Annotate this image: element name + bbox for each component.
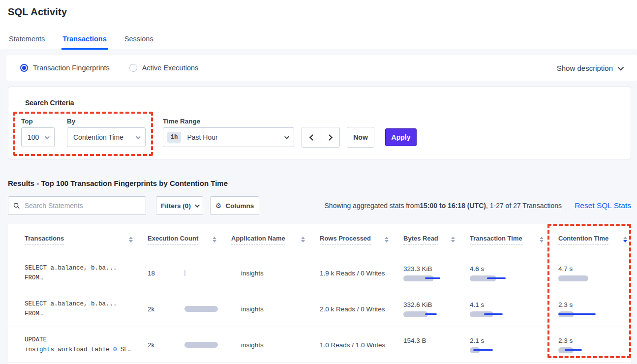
chevron-down-icon (45, 134, 50, 139)
application-name-cell: insights (231, 270, 320, 277)
next-time-button[interactable] (321, 127, 339, 147)
time-range-badge: 1h (167, 132, 181, 143)
tab-sessions[interactable]: Sessions (123, 30, 154, 50)
view-toggle-bar: Transaction Fingerprints Active Executio… (6, 55, 637, 81)
time-range-value: Past Hour (187, 133, 217, 141)
tab-bar: Statements Transactions Sessions (0, 30, 637, 49)
search-criteria-heading: Search Criteria (25, 99, 74, 107)
chevron-right-icon (326, 134, 333, 141)
table-row[interactable]: UPDATE insights_workload_table_0 SE… 2k … (8, 327, 631, 363)
sort-icon[interactable] (451, 237, 455, 243)
execution-count-cell: 2k (148, 291, 231, 327)
radio-unselected-icon (129, 64, 137, 72)
table-row[interactable]: SELECT a.balance, b.ba... FROM… 18 insig… (8, 255, 631, 291)
apply-button[interactable]: Apply (385, 128, 417, 146)
sort-icon-active[interactable] (623, 237, 627, 243)
page-header: SQL Activity Statements Transactions Ses… (0, 0, 637, 49)
tab-statements[interactable]: Statements (8, 30, 46, 50)
aggregated-stats-text: Showing aggregated stats from 15:00 to 1… (325, 196, 562, 215)
time-range-label: Time Range (163, 118, 200, 125)
bytes-read-cell: 323.3 KiB (403, 265, 470, 281)
columns-label: Columns (225, 202, 254, 210)
rows-processed-cell: 1.0 Reads / 1.0 Writes (320, 341, 403, 349)
search-statements-box (8, 196, 146, 215)
top-select-value: 100 (28, 133, 39, 141)
time-range-select[interactable]: 1h Past Hour (163, 127, 294, 147)
application-name-cell: insights (231, 341, 320, 349)
rows-processed-cell: 1.9 k Reads / 0 Writes (320, 270, 403, 277)
toolbar-divider (567, 197, 567, 214)
column-header-bytes-read[interactable]: Bytes Read (403, 235, 470, 244)
top-label: Top (21, 118, 33, 125)
by-select-value: Contention Time (73, 133, 123, 141)
chevron-down-icon (136, 134, 141, 139)
radio-label: Active Executions (142, 64, 198, 72)
bytes-read-cell: 154.3 B (403, 337, 470, 353)
transaction-time-cell: 4.6 s (470, 265, 558, 281)
bytes-read-cell: 332.6 KiB (403, 301, 470, 317)
chevron-down-icon (618, 64, 624, 70)
tab-transactions[interactable]: Transactions (61, 30, 107, 50)
columns-button[interactable]: ⚙ Columns (210, 196, 259, 215)
transaction-fingerprint[interactable]: SELECT a.balance, b.ba... FROM… (25, 263, 148, 283)
column-header-rows-processed[interactable]: Rows Processed (320, 235, 403, 244)
chevron-left-icon (309, 134, 316, 141)
execution-count-bar (184, 306, 218, 312)
execution-count-cell: 18 (148, 255, 231, 291)
chevron-down-icon (195, 203, 200, 208)
radio-active-executions[interactable]: Active Executions (129, 64, 198, 72)
search-criteria-card: Search Criteria Top By Time Range 100 Co… (8, 87, 631, 159)
sort-icon[interactable] (540, 237, 544, 243)
time-pager (302, 127, 340, 148)
show-description-label: Show description (557, 64, 613, 72)
execution-count-bar (184, 270, 185, 276)
results-toolbar: Filters (0) ⚙ Columns Showing aggregated… (8, 196, 631, 215)
radio-transaction-fingerprints[interactable]: Transaction Fingerprints (20, 64, 110, 72)
by-select[interactable]: Contention Time (67, 127, 146, 147)
column-header-application-name[interactable]: Application Name (231, 235, 320, 244)
sort-icon[interactable] (385, 237, 389, 243)
sort-icon[interactable] (301, 237, 305, 243)
execution-count-bar (184, 342, 218, 348)
transactions-table: Transactions Execution Count Application… (8, 224, 631, 364)
gear-icon: ⚙ (215, 202, 222, 210)
bytes-read-bar (403, 311, 428, 317)
filters-label: Filters (0) (161, 202, 191, 210)
now-button[interactable]: Now (347, 127, 374, 148)
show-description-toggle[interactable]: Show description (557, 64, 622, 72)
column-header-contention-time[interactable]: Contention Time (558, 235, 631, 244)
chevron-down-icon (284, 134, 289, 139)
column-header-execution-count[interactable]: Execution Count (148, 235, 231, 244)
contention-time-cell: 2.3 s (558, 301, 631, 317)
table-row[interactable]: SELECT a.balance, b.ba... FROM… 2k insig… (8, 291, 631, 327)
application-name-cell: insights (231, 305, 320, 313)
sort-icon[interactable] (212, 237, 216, 243)
filters-button[interactable]: Filters (0) (156, 196, 203, 215)
table-header-row: Transactions Execution Count Application… (8, 224, 631, 255)
by-label: By (67, 118, 75, 125)
results-heading: Results - Top 100 Transaction Fingerprin… (8, 179, 228, 187)
previous-time-button[interactable] (302, 127, 321, 147)
reset-sql-stats-link[interactable]: Reset SQL Stats (575, 196, 631, 215)
radio-selected-icon (20, 64, 28, 72)
transaction-fingerprint[interactable]: UPDATE insights_workload_table_0 SE… (25, 335, 148, 355)
transaction-time-cell: 2.1 s (470, 337, 558, 353)
sql-activity-page: SQL Activity Statements Transactions Ses… (0, 0, 637, 364)
contention-time-cell: 2.3 s (558, 337, 631, 353)
execution-count-cell: 2k (148, 327, 231, 363)
contention-time-cell: 4.7 s (558, 265, 631, 281)
top-select[interactable]: 100 (21, 127, 55, 147)
search-statements-input[interactable] (25, 202, 141, 210)
column-header-transactions[interactable]: Transactions (25, 235, 148, 244)
column-header-transaction-time[interactable]: Transaction Time (470, 235, 558, 244)
rows-processed-cell: 2.0 k Reads / 0 Writes (320, 305, 403, 313)
sort-icon[interactable] (129, 237, 133, 243)
transaction-time-cell: 4.1 s (470, 301, 558, 317)
contention-time-bar (558, 275, 588, 281)
page-title: SQL Activity (8, 6, 67, 18)
search-icon (13, 202, 20, 210)
radio-label: Transaction Fingerprints (33, 64, 110, 72)
transaction-fingerprint[interactable]: SELECT a.balance, b.ba... FROM… (25, 299, 148, 319)
